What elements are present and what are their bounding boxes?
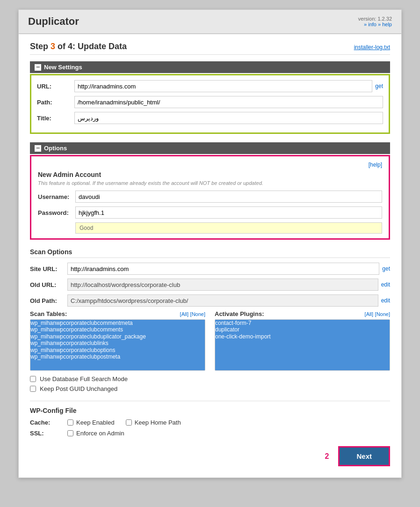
scan-tables-none-link[interactable]: [None] [190, 311, 205, 317]
url-get-link[interactable]: get [375, 83, 383, 89]
wp-config-section: WP-Config File Cache: Keep Enabled Keep … [30, 401, 390, 437]
old-path-input [67, 294, 378, 307]
keep-home-path-label: Keep Home Path [135, 419, 181, 426]
username-input-wrap [75, 191, 382, 203]
old-url-input-wrap: edit [67, 279, 390, 291]
password-row: Password: [38, 206, 382, 219]
content-area: Step 3 of 4: Update Data installer-log.t… [19, 34, 401, 478]
site-url-input-wrap: get [67, 263, 390, 275]
step-heading: Step 3 of 4: Update Data installer-log.t… [30, 42, 390, 55]
new-settings-label: New Settings [44, 64, 82, 71]
site-url-row: Site URL: get [30, 263, 390, 275]
ssl-row: SSL: Enforce on Admin [30, 430, 390, 437]
password-input[interactable] [75, 206, 382, 219]
enforce-admin-label: Enforce on Admin [76, 430, 124, 437]
wp-config-title: WP-Config File [30, 407, 390, 414]
password-input-wrap [75, 206, 382, 219]
main-container: Duplicator version: 1.2.32 » info » help… [18, 9, 402, 478]
installer-log: installer-log.txt [354, 44, 390, 51]
url-row: URL: get [37, 80, 383, 92]
new-settings-box: URL: get Path: Title: [30, 74, 390, 134]
old-path-label: Old Path: [30, 297, 67, 304]
options-help: [help] [38, 161, 382, 168]
options-help-link[interactable]: [help] [369, 162, 382, 168]
old-path-input-wrap: edit [67, 294, 390, 307]
installer-log-link[interactable]: installer-log.txt [354, 44, 390, 51]
version-info: version: 1.2.32 » info » help [358, 16, 392, 27]
scan-tables-links: [All] [None] [180, 310, 205, 317]
activate-plugins-col: Activate Plugins: [All] [None] contact-f… [215, 310, 390, 371]
old-url-input [67, 279, 378, 291]
new-settings-header: − New Settings [30, 61, 390, 73]
keep-home-path-checkbox[interactable] [126, 419, 132, 426]
scan-options-title: Scan Options [30, 248, 390, 258]
keep-guid-label: Keep Post GUID Unchanged [40, 385, 117, 392]
activate-plugins-list[interactable]: contact-form-7duplicatorone-click-demo-i… [215, 319, 390, 371]
step-badge: 2 [325, 452, 329, 461]
keep-enabled-item: Keep Enabled [67, 419, 115, 426]
help-link[interactable]: » help [378, 22, 392, 27]
cache-label: Cache: [30, 419, 67, 426]
url-label: URL: [37, 83, 74, 90]
scan-tables-list[interactable]: wp_mihanwpcorporateclubcommentmetawp_mih… [30, 319, 205, 371]
options-header: − Options [30, 142, 390, 154]
new-settings-section: − New Settings URL: get Path: [30, 61, 390, 134]
scan-tables-title: Scan Tables: [30, 310, 67, 317]
site-url-get-link[interactable]: get [382, 265, 390, 272]
collapse-new-settings-icon[interactable]: − [35, 64, 41, 71]
keep-guid-row: Keep Post GUID Unchanged [30, 385, 390, 392]
old-path-edit-link[interactable]: edit [381, 297, 390, 304]
activate-plugins-header: Activate Plugins: [All] [None] [215, 310, 390, 317]
old-path-row: Old Path: edit [30, 294, 390, 307]
title-input[interactable] [74, 112, 383, 124]
options-outer-box: [help] New Admin Account This feature is… [30, 155, 390, 240]
scan-tables-header: Scan Tables: [All] [None] [30, 310, 205, 317]
cache-row: Cache: Keep Enabled Keep Home Path [30, 419, 390, 426]
keep-home-path-item: Keep Home Path [126, 419, 181, 426]
scan-tables-all-link[interactable]: [All] [180, 311, 188, 317]
site-url-input[interactable] [67, 263, 379, 275]
site-url-label: Site URL: [30, 265, 67, 272]
app-title: Duplicator [28, 15, 79, 28]
next-button[interactable]: Next [338, 446, 390, 466]
activate-plugins-title: Activate Plugins: [215, 310, 264, 317]
activate-plugins-all-link[interactable]: [All] [365, 311, 373, 317]
info-link[interactable]: » info [364, 22, 377, 27]
tables-plugins-row: Scan Tables: [All] [None] wp_mihanwpcorp… [30, 310, 390, 371]
keep-guid-checkbox[interactable] [30, 386, 36, 392]
password-label: Password: [38, 209, 75, 216]
full-search-label: Use Database Full Search Mode [40, 375, 128, 382]
enforce-admin-item: Enforce on Admin [67, 430, 124, 437]
title-input-wrap [74, 112, 383, 124]
header: Duplicator version: 1.2.32 » info » help [19, 10, 401, 34]
keep-enabled-label: Keep Enabled [76, 419, 115, 426]
title-row: Title: [37, 112, 383, 124]
password-strength: Good [75, 222, 382, 234]
full-search-row: Use Database Full Search Mode [30, 375, 390, 382]
old-url-edit-link[interactable]: edit [381, 281, 390, 288]
url-input-wrap: get [74, 80, 383, 92]
old-url-row: Old URL: edit [30, 279, 390, 291]
admin-account-title: New Admin Account [38, 171, 382, 178]
options-label: Options [44, 145, 67, 152]
ssl-checks: Enforce on Admin [67, 430, 124, 437]
enforce-admin-checkbox[interactable] [67, 430, 73, 436]
cache-checks: Keep Enabled Keep Home Path [67, 419, 181, 426]
old-url-label: Old URL: [30, 281, 67, 288]
collapse-options-icon[interactable]: − [35, 145, 41, 152]
options-section: − Options [help] New Admin Account This … [30, 142, 390, 240]
scan-tables-col: Scan Tables: [All] [None] wp_mihanwpcorp… [30, 310, 205, 371]
username-input[interactable] [75, 191, 382, 203]
activate-plugins-links: [All] [None] [365, 310, 390, 317]
title-label: Title: [37, 115, 74, 122]
path-input[interactable] [74, 96, 383, 108]
keep-enabled-checkbox[interactable] [67, 419, 73, 426]
optional-note: This feature is optional. If the usernam… [38, 180, 382, 186]
username-label: Username: [38, 193, 75, 200]
bottom-nav: 2 Next [30, 446, 390, 466]
path-row: Path: [37, 96, 383, 108]
activate-plugins-none-link[interactable]: [None] [375, 311, 390, 317]
path-input-wrap [74, 96, 383, 108]
url-input[interactable] [74, 80, 372, 92]
full-search-checkbox[interactable] [30, 376, 36, 382]
